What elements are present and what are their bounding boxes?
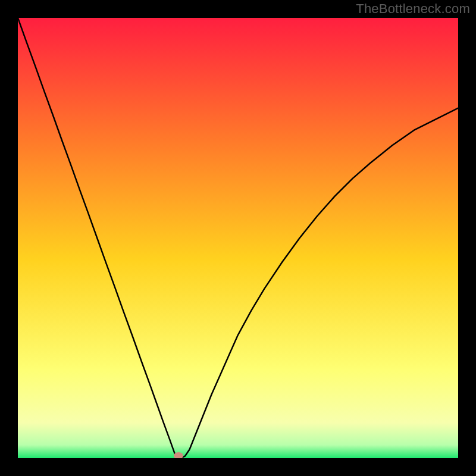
watermark-text: TheBottleneck.com bbox=[356, 1, 470, 17]
optimal-marker-icon bbox=[174, 452, 183, 458]
plot-area bbox=[18, 18, 458, 458]
curve-layer bbox=[18, 18, 458, 458]
bottleneck-curve bbox=[18, 18, 458, 458]
chart-frame: TheBottleneck.com bbox=[0, 0, 476, 476]
